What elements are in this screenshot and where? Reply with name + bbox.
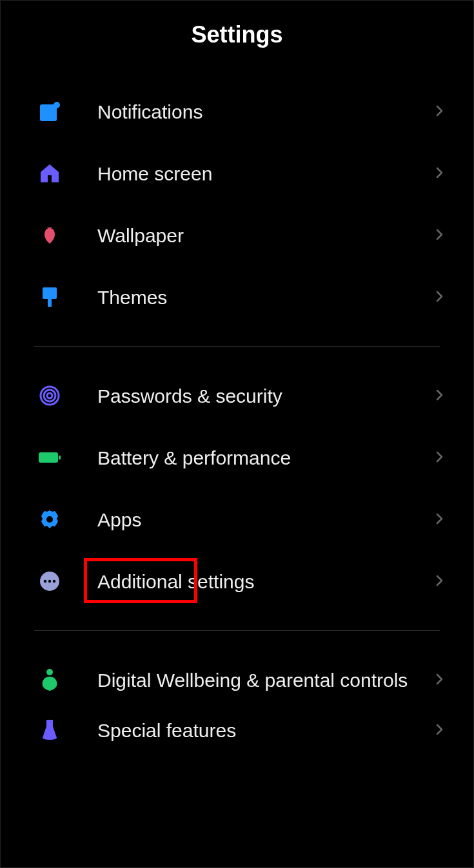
chevron-right-icon (433, 290, 448, 304)
svg-point-13 (48, 580, 51, 583)
svg-point-7 (47, 393, 52, 398)
home-icon (37, 160, 63, 186)
page-title: Settings (1, 21, 473, 48)
settings-item-special-features[interactable]: Special features (1, 711, 473, 749)
heart-person-icon (37, 667, 63, 693)
svg-point-12 (44, 580, 46, 583)
settings-item-additional-settings[interactable]: Additional settings (1, 550, 473, 612)
chevron-right-icon (433, 450, 448, 465)
settings-item-label: Special features (97, 718, 433, 743)
settings-item-apps[interactable]: Apps (1, 488, 473, 550)
settings-item-label: Passwords & security (97, 383, 433, 409)
chevron-right-icon (433, 673, 448, 687)
battery-icon (37, 445, 63, 470)
chevron-right-icon (433, 723, 448, 737)
settings-item-label: Digital Wellbeing & parental controls (97, 668, 433, 693)
settings-group: Passwords & security Battery & performan… (1, 365, 473, 612)
gear-icon (37, 506, 63, 532)
settings-item-label: Battery & performance (97, 445, 433, 470)
settings-screen: Settings Notifications Home screen (0, 0, 474, 868)
settings-item-notifications[interactable]: Notifications (1, 81, 473, 142)
chevron-right-icon (433, 512, 448, 526)
svg-rect-3 (43, 287, 57, 299)
chevron-right-icon (433, 228, 448, 242)
brush-icon (37, 284, 63, 310)
settings-item-digital-wellbeing[interactable]: Digital Wellbeing & parental controls (1, 649, 473, 711)
settings-item-label: Themes (97, 285, 433, 310)
chevron-right-icon (433, 389, 448, 403)
svg-point-10 (46, 516, 53, 523)
svg-rect-8 (39, 452, 58, 463)
flask-icon (37, 717, 63, 743)
dots-icon (37, 568, 63, 594)
svg-rect-2 (48, 175, 52, 182)
settings-group: Digital Wellbeing & parental controls Sp… (1, 649, 473, 749)
flower-icon (37, 222, 63, 248)
settings-item-label: Notifications (97, 99, 433, 124)
divider (34, 630, 440, 631)
svg-point-1 (54, 102, 60, 108)
settings-item-label: Home screen (97, 161, 433, 186)
svg-point-15 (46, 669, 53, 675)
settings-item-label: Additional settings (97, 569, 433, 594)
header: Settings (1, 1, 473, 81)
notification-icon (37, 99, 63, 124)
fingerprint-icon (37, 383, 63, 409)
settings-item-label: Apps (97, 507, 433, 532)
settings-item-themes[interactable]: Themes (1, 266, 473, 328)
settings-group: Notifications Home screen Wallpaper (1, 81, 473, 328)
settings-item-home-screen[interactable]: Home screen (1, 142, 473, 204)
settings-item-passwords-security[interactable]: Passwords & security (1, 365, 473, 427)
svg-rect-4 (48, 299, 52, 307)
divider (34, 346, 440, 347)
settings-item-battery[interactable]: Battery & performance (1, 427, 473, 488)
svg-point-14 (53, 580, 55, 583)
svg-point-6 (44, 390, 55, 401)
chevron-right-icon (433, 574, 448, 588)
chevron-right-icon (433, 104, 448, 119)
chevron-right-icon (433, 166, 448, 180)
settings-item-wallpaper[interactable]: Wallpaper (1, 204, 473, 266)
settings-item-label: Wallpaper (97, 223, 433, 248)
svg-rect-9 (59, 456, 61, 459)
